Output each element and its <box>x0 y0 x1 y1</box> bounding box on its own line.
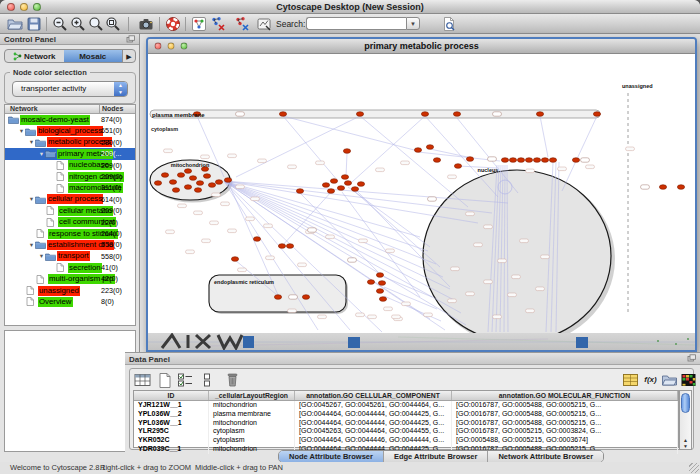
tree-row-cellular-metabo[interactable]: cellular metabo209(0) <box>5 205 135 216</box>
network-node[interactable] <box>172 188 179 193</box>
network-window-titlebar[interactable]: primary metabolic process <box>148 39 695 54</box>
disclosure-triangle-icon[interactable]: ▼ <box>38 253 45 259</box>
copy-node-attrs-icon[interactable] <box>234 16 250 32</box>
network-node-unfilled[interactable] <box>641 185 650 189</box>
network-node[interactable] <box>414 148 421 153</box>
network-node[interactable] <box>376 289 383 294</box>
network-node[interactable] <box>224 178 231 183</box>
disclosure-triangle-icon[interactable]: ▼ <box>28 139 35 145</box>
network-node-unfilled[interactable] <box>308 228 317 232</box>
network-node[interactable] <box>376 273 383 278</box>
network-node[interactable] <box>184 185 191 190</box>
network-node[interactable] <box>593 112 600 117</box>
network-node[interactable] <box>454 164 461 169</box>
network-node-unfilled[interactable] <box>493 112 502 116</box>
network-node[interactable] <box>549 158 556 163</box>
network-node[interactable] <box>525 158 532 163</box>
network-node[interactable] <box>421 112 428 117</box>
function-builder-icon[interactable]: f(x) <box>642 372 659 388</box>
table-row[interactable]: YPL036W__2plasma membrane[GO:0044464, GO… <box>134 410 678 419</box>
scrollbar-thumb[interactable] <box>681 393 690 413</box>
tab-network-attribute-browser[interactable]: Network Attribute Browser <box>488 451 603 462</box>
unselect-attributes-icon[interactable] <box>200 372 212 388</box>
tree-row-cell-communicat[interactable]: cell communicat22(0) <box>5 217 135 228</box>
float-panel-icon[interactable] <box>687 354 696 362</box>
tree-row-establishment-of-lo[interactable]: ▼establishment of lo558(0) <box>5 239 135 250</box>
zoom-fit-icon[interactable] <box>105 16 121 32</box>
resize-grip[interactable] <box>689 463 699 473</box>
float-panel-icon[interactable] <box>126 35 135 43</box>
network-node[interactable] <box>357 182 364 187</box>
open-file-icon[interactable] <box>7 16 23 32</box>
advanced-search-icon[interactable] <box>441 16 457 32</box>
network-node-unfilled[interactable] <box>289 295 298 299</box>
tree-row-multi-organism-pro[interactable]: multi-organism pro42(0) <box>5 273 135 284</box>
tree-row-primary-metabo[interactable]: ▼primary metabo209(... <box>5 148 135 159</box>
network-node[interactable] <box>177 173 184 178</box>
search-combo-arrow[interactable]: ▼ <box>406 17 420 30</box>
disclosure-triangle-icon[interactable]: ▼ <box>38 151 45 157</box>
network-node[interactable] <box>231 257 238 262</box>
network-node[interactable] <box>322 183 329 188</box>
network-node[interactable] <box>659 185 666 190</box>
network-node[interactable] <box>501 158 508 163</box>
network-node-unfilled[interactable] <box>236 112 245 116</box>
network-node[interactable] <box>379 297 386 302</box>
network-node[interactable] <box>536 112 543 117</box>
tree-row-nucleobase-[interactable]: nucleobase-209(0) <box>5 160 135 171</box>
network-node[interactable] <box>517 158 524 163</box>
zoom-out-icon[interactable] <box>52 16 68 32</box>
tree-row-response-to-stimulu[interactable]: response to stimulu264(0) <box>5 228 135 239</box>
network-node[interactable] <box>296 189 303 194</box>
network-node[interactable] <box>184 169 191 174</box>
network-node[interactable] <box>509 158 516 163</box>
snapshot-camera-icon[interactable] <box>138 16 154 32</box>
attribute-grid-icon[interactable] <box>134 372 151 388</box>
tree-row-overview[interactable]: Overview8(0) <box>5 296 135 307</box>
nucleus-region[interactable] <box>423 170 611 333</box>
heatmap-icon[interactable] <box>680 372 697 388</box>
network-node[interactable] <box>327 189 334 194</box>
network-node[interactable] <box>154 181 161 186</box>
network-node[interactable] <box>378 281 385 286</box>
network-icon[interactable] <box>191 16 207 32</box>
network-node[interactable] <box>189 176 196 181</box>
selection-handle[interactable] <box>348 337 360 348</box>
search-input[interactable] <box>306 17 406 30</box>
trash-icon[interactable] <box>224 372 241 388</box>
network-node[interactable] <box>253 237 260 242</box>
network-node[interactable] <box>677 185 684 190</box>
tree-row-cellular-process[interactable]: ▼cellular process614(0) <box>5 194 135 205</box>
network-node[interactable] <box>433 158 440 163</box>
select-attributes-icon[interactable] <box>177 372 194 388</box>
table-column-header[interactable]: ID <box>134 391 209 400</box>
tree-row-macromolecule[interactable]: macromolecule311(0) <box>5 182 135 193</box>
network-canvas[interactable]: plasma membrane cytoplasm mitochondrion … <box>148 54 695 333</box>
tree-row-secretion[interactable]: secretion41(0) <box>5 262 135 273</box>
table-column-header[interactable]: _cellularLayoutRegion <box>209 391 295 400</box>
network-node[interactable] <box>572 158 579 163</box>
network-node[interactable] <box>541 158 548 163</box>
tree-row-nitrogen-compo[interactable]: nitrogen compo209(0) <box>5 171 135 182</box>
network-node[interactable] <box>367 280 374 285</box>
table-column-header[interactable]: annotation.GO CELLULAR_COMPONENT <box>295 391 452 400</box>
tree-row-unassigned[interactable]: unassigned223(0) <box>5 285 135 296</box>
disclosure-triangle-icon[interactable]: ▼ <box>18 128 25 134</box>
new-attribute-icon[interactable] <box>156 372 173 388</box>
tab-node-attribute-browser[interactable]: Node Attribute Browser <box>279 451 384 462</box>
network-node[interactable] <box>337 186 344 191</box>
network-node[interactable] <box>279 112 286 117</box>
help-lifering-icon[interactable] <box>165 16 181 32</box>
node-color-dropdown[interactable]: transporter activity ▲▼ <box>12 81 128 97</box>
network-node-unfilled[interactable] <box>348 258 357 262</box>
network-node[interactable] <box>302 295 309 300</box>
network-node[interactable] <box>426 145 433 150</box>
tree-row-biological-process[interactable]: ▼biological_process651(0) <box>5 125 135 136</box>
import-table-icon[interactable] <box>622 372 639 388</box>
network-node[interactable] <box>330 179 337 184</box>
tree-column-nodes[interactable]: Nodes <box>102 105 123 112</box>
network-node[interactable] <box>343 149 350 154</box>
tab-mosaic[interactable]: Mosaic <box>64 50 123 62</box>
plasma-membrane-region[interactable] <box>150 110 600 118</box>
network-node[interactable] <box>351 187 358 192</box>
